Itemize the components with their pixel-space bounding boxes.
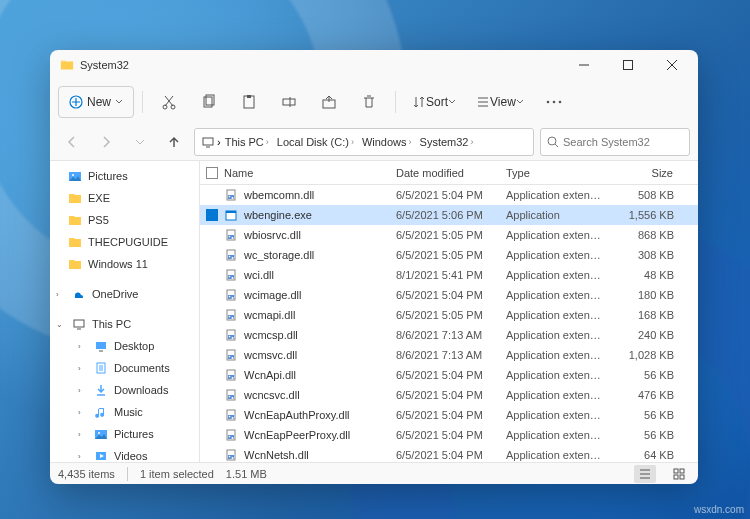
file-row[interactable]: wcmsvc.dll 8/6/2021 7:13 AM Application … <box>200 345 698 365</box>
thumbnails-view-button[interactable] <box>668 465 690 483</box>
file-row[interactable]: wbengine.exe 6/5/2021 5:06 PM Applicatio… <box>200 205 698 225</box>
sort-icon <box>412 95 426 109</box>
breadcrumb-segment[interactable]: Windows› <box>358 136 416 148</box>
file-type: Application exten… <box>500 349 610 361</box>
file-row[interactable]: wcmapi.dll 6/5/2021 5:05 PM Application … <box>200 305 698 325</box>
file-size: 1,028 KB <box>610 349 680 361</box>
svg-point-65 <box>229 396 231 398</box>
sidebar-thispc[interactable]: ⌄This PC <box>50 313 199 335</box>
pc-icon <box>201 135 215 149</box>
svg-point-78 <box>232 457 234 459</box>
view-button[interactable]: View <box>468 86 532 118</box>
file-row[interactable]: wbiosrvc.dll 6/5/2021 5:05 PM Applicatio… <box>200 225 698 245</box>
breadcrumb[interactable]: › This PC›Local Disk (C:)›Windows›System… <box>194 128 534 156</box>
file-row[interactable]: WcnApi.dll 6/5/2021 5:04 PM Application … <box>200 365 698 385</box>
details-view-button[interactable] <box>634 465 656 483</box>
file-row[interactable]: wc_storage.dll 6/5/2021 5:05 PM Applicat… <box>200 245 698 265</box>
select-all-checkbox[interactable] <box>206 167 218 179</box>
sidebar-item-music[interactable]: ›Music <box>50 401 199 423</box>
minimize-button[interactable] <box>562 50 606 80</box>
file-row[interactable]: wbemcomn.dll 6/5/2021 5:04 PM Applicatio… <box>200 185 698 205</box>
file-row[interactable]: WcnEapPeerProxy.dll 6/5/2021 5:04 PM App… <box>200 425 698 445</box>
column-name[interactable]: Name <box>200 167 390 179</box>
svg-point-28 <box>232 197 234 199</box>
svg-point-49 <box>229 316 231 318</box>
breadcrumb-segment[interactable]: System32› <box>416 136 478 148</box>
sidebar-item-downloads[interactable]: ›Downloads <box>50 379 199 401</box>
sidebar-item-exe[interactable]: EXE <box>50 187 199 209</box>
file-size: 868 KB <box>610 229 680 241</box>
forward-button[interactable] <box>92 128 120 156</box>
sidebar-item-windows-11[interactable]: Windows 11 <box>50 253 199 275</box>
dll-icon <box>224 348 238 362</box>
toolbar: New Sort View <box>50 80 698 124</box>
cut-button[interactable] <box>151 86 187 118</box>
back-button[interactable] <box>58 128 86 156</box>
titlebar[interactable]: System32 <box>50 50 698 80</box>
address-bar: › This PC›Local Disk (C:)›Windows›System… <box>50 124 698 160</box>
file-date: 8/6/2021 7:13 AM <box>390 329 500 341</box>
maximize-button[interactable] <box>606 50 650 80</box>
sidebar[interactable]: PicturesEXEPS5THECPUGUIDEWindows 11 ›One… <box>50 161 200 462</box>
sidebar-item-ps5[interactable]: PS5 <box>50 209 199 231</box>
file-list[interactable]: wbemcomn.dll 6/5/2021 5:04 PM Applicatio… <box>200 185 698 462</box>
column-date[interactable]: Date modified <box>390 167 500 179</box>
svg-point-33 <box>229 236 231 238</box>
svg-point-37 <box>229 256 231 258</box>
file-row[interactable]: WcnEapAuthProxy.dll 6/5/2021 5:04 PM App… <box>200 405 698 425</box>
file-date: 8/1/2021 5:41 PM <box>390 269 500 281</box>
svg-point-11 <box>553 101 556 104</box>
delete-button[interactable] <box>351 86 387 118</box>
file-size: 240 KB <box>610 329 680 341</box>
new-button[interactable]: New <box>58 86 134 118</box>
file-name: wcmapi.dll <box>244 309 295 321</box>
sidebar-item-pictures[interactable]: Pictures <box>50 165 199 187</box>
file-date: 6/5/2021 5:04 PM <box>390 369 500 381</box>
file-type: Application exten… <box>500 229 610 241</box>
sidebar-item-pictures[interactable]: ›Pictures <box>50 423 199 445</box>
file-row[interactable]: wcimage.dll 6/5/2021 5:04 PM Application… <box>200 285 698 305</box>
search-input[interactable]: Search System32 <box>540 128 690 156</box>
status-bar: 4,435 items 1 item selected 1.51 MB <box>50 462 698 484</box>
svg-rect-17 <box>74 320 84 327</box>
breadcrumb-segment[interactable]: Local Disk (C:)› <box>273 136 358 148</box>
sidebar-onedrive[interactable]: ›OneDrive <box>50 283 199 305</box>
checkbox-icon[interactable] <box>206 209 218 221</box>
sort-button[interactable]: Sort <box>404 86 464 118</box>
paste-icon <box>241 94 257 110</box>
file-row[interactable]: wcncsvc.dll 6/5/2021 5:04 PM Application… <box>200 385 698 405</box>
file-size: 56 KB <box>610 409 680 421</box>
svg-point-50 <box>232 317 234 319</box>
paste-button[interactable] <box>231 86 267 118</box>
svg-rect-18 <box>96 342 106 349</box>
chevron-right-icon: › <box>351 137 354 147</box>
file-row[interactable]: WcnNetsh.dll 6/5/2021 5:04 PM Applicatio… <box>200 445 698 462</box>
sidebar-item-desktop[interactable]: ›Desktop <box>50 335 199 357</box>
svg-rect-82 <box>680 475 684 479</box>
sidebar-item-documents[interactable]: ›Documents <box>50 357 199 379</box>
file-row[interactable]: wcmcsp.dll 8/6/2021 7:13 AM Application … <box>200 325 698 345</box>
chevron-right-icon: › <box>266 137 269 147</box>
breadcrumb-segment[interactable]: This PC› <box>221 136 273 148</box>
copy-button[interactable] <box>191 86 227 118</box>
more-button[interactable] <box>536 86 572 118</box>
file-row[interactable]: wci.dll 8/1/2021 5:41 PM Application ext… <box>200 265 698 285</box>
up-button[interactable] <box>160 128 188 156</box>
status-selected: 1 item selected <box>140 468 214 480</box>
file-name: wcmsvc.dll <box>244 349 297 361</box>
music-icon <box>94 405 108 419</box>
column-type[interactable]: Type <box>500 167 610 179</box>
rename-button[interactable] <box>271 86 307 118</box>
folder-icon <box>68 213 82 227</box>
sidebar-item-videos[interactable]: ›Videos <box>50 445 199 462</box>
rename-icon <box>281 94 297 110</box>
pc-icon <box>72 317 86 331</box>
column-size[interactable]: Size <box>610 167 680 179</box>
chevron-down-icon <box>516 98 524 106</box>
close-button[interactable] <box>650 50 694 80</box>
recent-button[interactable] <box>126 128 154 156</box>
sidebar-item-thecpuguide[interactable]: THECPUGUIDE <box>50 231 199 253</box>
share-button[interactable] <box>311 86 347 118</box>
file-name: WcnEapPeerProxy.dll <box>244 429 350 441</box>
downloads-icon <box>94 383 108 397</box>
